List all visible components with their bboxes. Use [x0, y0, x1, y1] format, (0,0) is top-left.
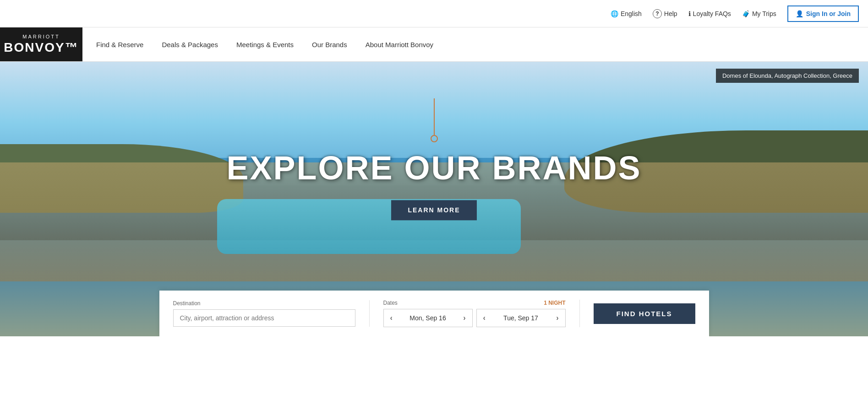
search-bar: Destination Dates 1 NIGHT ‹ Mon, Sep 16 …	[159, 291, 709, 336]
checkout-picker[interactable]: ‹ Tue, Sep 17 ›	[476, 309, 566, 327]
nav-about[interactable]: About Marriott Bonvoy	[366, 27, 433, 61]
destination-field-group: Destination	[173, 300, 370, 327]
my-trips-link[interactable]: My Trips	[742, 10, 776, 17]
user-icon	[796, 10, 803, 17]
nav-meetings-events[interactable]: Meetings & Events	[236, 27, 294, 61]
loyalty-faqs-link[interactable]: Loyalty FAQs	[688, 10, 731, 17]
checkin-picker[interactable]: ‹ Mon, Sep 16 ›	[383, 309, 473, 327]
nav-our-brands[interactable]: Our Brands	[312, 27, 347, 61]
help-label: Help	[664, 10, 677, 17]
main-navigation: Find & Reserve Deals & Packages Meetings…	[82, 27, 447, 61]
checkin-next-arrow[interactable]: ›	[463, 314, 465, 322]
dates-header: Dates 1 NIGHT	[383, 300, 566, 306]
checkin-date: Mon, Sep 16	[396, 314, 459, 322]
logo[interactable]: MARRIOTT BONVOY™	[0, 27, 82, 61]
nav-deals-packages[interactable]: Deals & Packages	[162, 27, 218, 61]
destination-label: Destination	[173, 300, 355, 307]
checkout-prev-arrow[interactable]: ‹	[483, 314, 486, 322]
trips-icon	[742, 10, 750, 17]
bonvoy-name: BONVOY™	[4, 40, 78, 55]
checkout-next-arrow[interactable]: ›	[556, 314, 558, 322]
language-label: English	[621, 10, 642, 17]
main-header: MARRIOTT BONVOY™ Find & Reserve Deals & …	[0, 27, 868, 62]
find-hotels-wrap: FIND HOTELS	[580, 303, 695, 324]
globe-icon	[611, 10, 618, 17]
loyalty-icon	[688, 10, 691, 17]
top-utility-bar: English Help Loyalty FAQs My Trips Sign …	[0, 0, 868, 27]
date-pickers: ‹ Mon, Sep 16 › ‹ Tue, Sep 17 ›	[383, 309, 566, 327]
hero-caption: Domes of Elounda, Autograph Collection, …	[716, 69, 859, 83]
trademark-symbol: ™	[65, 40, 79, 54]
sign-in-label: Sign In or Join	[806, 10, 851, 17]
dates-field-group: Dates 1 NIGHT ‹ Mon, Sep 16 › ‹ Tue, Sep…	[370, 300, 580, 327]
loyalty-label: Loyalty FAQs	[693, 10, 731, 17]
help-icon	[653, 9, 662, 18]
sign-in-button[interactable]: Sign In or Join	[787, 5, 859, 22]
nights-badge: 1 NIGHT	[544, 300, 565, 306]
hero-section: Domes of Elounda, Autograph Collection, …	[0, 62, 868, 336]
caption-text: Domes of Elounda, Autograph Collection, …	[722, 72, 852, 79]
help-link[interactable]: Help	[653, 9, 677, 18]
logo-text: MARRIOTT BONVOY™	[4, 34, 78, 55]
decoration-line	[434, 98, 435, 135]
decoration-circle	[431, 135, 438, 142]
destination-input[interactable]	[173, 309, 355, 327]
checkin-prev-arrow[interactable]: ‹	[390, 314, 393, 322]
my-trips-label: My Trips	[752, 10, 776, 17]
checkout-date: Tue, Sep 17	[489, 314, 552, 322]
dates-label: Dates	[383, 300, 398, 306]
hero-content: EXPLORE OUR BRANDS LEARN MORE	[226, 150, 641, 220]
language-selector[interactable]: English	[611, 10, 642, 17]
brand-name: MARRIOTT	[4, 34, 78, 40]
hero-title: EXPLORE OUR BRANDS	[226, 150, 641, 186]
hero-cta-button[interactable]: LEARN MORE	[391, 200, 476, 221]
nav-find-reserve[interactable]: Find & Reserve	[96, 27, 143, 61]
bonvoy-text: BONVOY	[4, 40, 65, 54]
hero-decoration	[431, 98, 438, 142]
find-hotels-button[interactable]: FIND HOTELS	[594, 303, 695, 324]
